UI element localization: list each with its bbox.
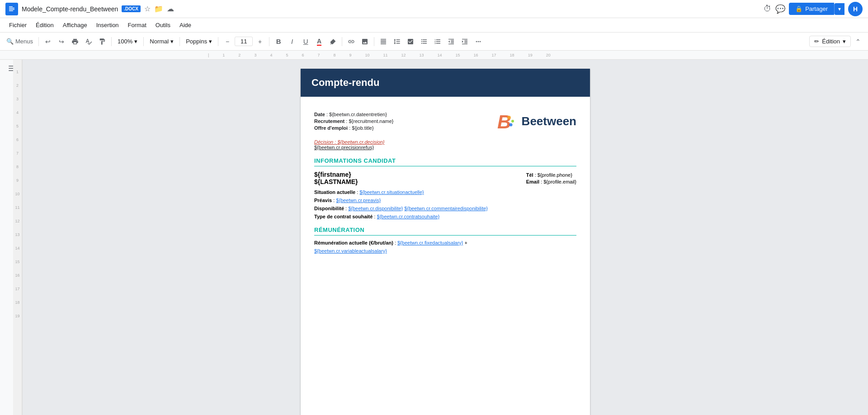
undo-button[interactable]: ↩ bbox=[42, 35, 54, 48]
svg-text:B: B bbox=[497, 111, 511, 132]
align-button[interactable] bbox=[377, 35, 390, 48]
preavis-label: Préavis bbox=[314, 198, 332, 203]
section-remuneration-title: RÉMUNÉRATION bbox=[314, 226, 576, 236]
font-size-input[interactable] bbox=[235, 37, 253, 46]
logo-b-icon: B bbox=[496, 110, 518, 132]
history-icon[interactable]: ⏱ bbox=[764, 4, 772, 14]
menu-edition[interactable]: Édition bbox=[32, 20, 57, 30]
line-spacing-button[interactable] bbox=[391, 35, 403, 48]
zoom-arrow: ▾ bbox=[134, 38, 137, 45]
firstname-field: ${firstname} bbox=[314, 171, 358, 178]
zoom-value: 100% bbox=[118, 38, 132, 45]
divider-4 bbox=[179, 37, 180, 46]
divider-3 bbox=[143, 37, 144, 46]
info-fields: Date : ${beetwn.cr.dateentretien} Recrut… bbox=[314, 110, 496, 132]
doc-header-band: Compte-rendu bbox=[301, 69, 590, 97]
main-layout: ☰ 1 2 3 4 5 6 7 8 9 10 11 12 13 14 15 16… bbox=[0, 60, 868, 415]
collapse-toolbar-button[interactable]: ⌃ bbox=[852, 35, 864, 48]
doc-icon bbox=[5, 3, 18, 15]
offre-value: ${job.title} bbox=[352, 125, 373, 131]
more-options-button[interactable] bbox=[472, 35, 485, 48]
dispo-comment-value: ${beetwn.cr.commentairedisponibilite} bbox=[404, 206, 488, 211]
info-logo-row: Date : ${beetwn.cr.dateentretien} Recrut… bbox=[314, 110, 576, 132]
svg-rect-3 bbox=[9, 9, 14, 10]
edition-arrow: ▾ bbox=[843, 38, 846, 45]
share-dropdown-button[interactable]: ▾ bbox=[834, 3, 844, 15]
link-button[interactable] bbox=[345, 35, 358, 48]
star-icon[interactable]: ☆ bbox=[144, 5, 151, 13]
font-size-plus-button[interactable]: + bbox=[254, 35, 266, 48]
svg-rect-4 bbox=[9, 10, 13, 11]
zoom-select[interactable]: 100% ▾ bbox=[114, 36, 141, 47]
remun-variable-value: ${beetwn.cr.variableactualsalary} bbox=[314, 248, 387, 254]
spellcheck-button[interactable] bbox=[82, 35, 95, 48]
font-size-minus-button[interactable]: − bbox=[221, 35, 234, 48]
increase-indent-button[interactable] bbox=[458, 35, 471, 48]
font-value: Poppins bbox=[186, 38, 207, 45]
menu-aide[interactable]: Aide bbox=[176, 20, 195, 30]
share-group: 🔒 Partager ▾ bbox=[789, 3, 844, 15]
situation-row: Situation actuelle : ${beetwn.cr.situati… bbox=[314, 189, 576, 195]
email-field: Email : ${profile.email} bbox=[526, 179, 576, 184]
folder-icon[interactable]: 📁 bbox=[154, 5, 163, 13]
contrat-value: ${beetwn.cr.contratsouhaite} bbox=[377, 214, 440, 219]
bold-button[interactable]: B bbox=[272, 35, 285, 48]
italic-button[interactable]: I bbox=[286, 35, 298, 48]
dispo-label: Disponibilité bbox=[314, 206, 344, 211]
left-sidebar: ☰ 1 2 3 4 5 6 7 8 9 10 11 12 13 14 15 16… bbox=[0, 60, 23, 415]
remun-row: Rémunération actuelle (€/brut/an) : ${be… bbox=[314, 240, 576, 245]
underline-button[interactable]: U bbox=[299, 35, 312, 48]
text-color-icon: A bbox=[317, 38, 321, 46]
highlight-button[interactable] bbox=[326, 35, 339, 48]
print-button[interactable] bbox=[69, 35, 81, 48]
bullet-list-button[interactable] bbox=[418, 35, 430, 48]
decision-section: Décision : ${beetwn.cr.decision} ${beetw… bbox=[314, 139, 576, 150]
style-arrow: ▾ bbox=[170, 38, 174, 45]
doc-badge: .DOCX bbox=[122, 5, 141, 12]
doc-area[interactable]: Compte-rendu Date : ${beetwn.cr.dateentr… bbox=[23, 60, 868, 415]
logo-area: B Beetween bbox=[496, 110, 576, 132]
lock-icon: 🔒 bbox=[795, 5, 802, 12]
cloud-icon[interactable]: ☁ bbox=[167, 5, 174, 13]
date-value: ${beetwn.cr.dateentretien} bbox=[329, 112, 387, 117]
redo-button[interactable]: ↪ bbox=[55, 35, 68, 48]
tel-value: ${profile.phone} bbox=[538, 172, 572, 178]
situation-value: ${beetwn.cr.situationactuelle} bbox=[359, 189, 424, 195]
recrutement-field: Recrutement : ${recruitment.name} bbox=[314, 118, 496, 124]
candidate-name-row: ${firstname} ${LASTNAME} Tél : ${profile… bbox=[314, 171, 576, 186]
numbered-list-button[interactable] bbox=[431, 35, 444, 48]
menus-button[interactable]: 🔍 Menus bbox=[4, 35, 36, 48]
menu-insertion[interactable]: Insertion bbox=[93, 20, 123, 30]
checklist-button[interactable] bbox=[404, 35, 417, 48]
font-select[interactable]: Poppins ▾ bbox=[183, 36, 215, 47]
menu-affichage[interactable]: Affichage bbox=[59, 20, 91, 30]
divider-1 bbox=[38, 37, 39, 46]
paint-format-button[interactable] bbox=[96, 35, 108, 48]
doc-body: Date : ${beetwn.cr.dateentretien} Recrut… bbox=[301, 97, 590, 265]
decrease-indent-button[interactable] bbox=[445, 35, 458, 48]
edition-button[interactable]: ✏ Édition ▾ bbox=[809, 36, 851, 47]
menu-bar: Fichier Édition Affichage Insertion Form… bbox=[0, 18, 868, 33]
style-select[interactable]: Normal ▾ bbox=[146, 36, 177, 47]
menus-label: Menus bbox=[15, 38, 33, 45]
comment-icon[interactable]: 💬 bbox=[775, 4, 785, 14]
share-button[interactable]: 🔒 Partager bbox=[789, 3, 834, 15]
menu-format[interactable]: Format bbox=[124, 20, 150, 30]
remun-actuelle-value: ${beetwn.cr.fixedactualsalary} bbox=[397, 240, 463, 245]
precision-value: ${beetwn.cr.precisionrefus} bbox=[314, 145, 374, 150]
remun-variable-row: ${beetwn.cr.variableactualsalary} bbox=[314, 248, 576, 254]
preavis-row: Préavis : ${beetwn.cr.preavis} bbox=[314, 198, 576, 203]
candidate-name-left: ${firstname} ${LASTNAME} bbox=[314, 171, 358, 186]
situation-label: Situation actuelle bbox=[314, 189, 355, 195]
image-button[interactable] bbox=[359, 35, 371, 48]
dispo-row: Disponibilité : ${beetwn.cr.disponibilit… bbox=[314, 206, 576, 211]
text-color-button[interactable]: A bbox=[313, 35, 326, 48]
precision-field: ${beetwn.cr.precisionrefus} bbox=[314, 145, 576, 150]
title-bar: Modele_Compte-rendu_Beetween .DOCX ☆ 📁 ☁… bbox=[0, 0, 868, 18]
style-value: Normal bbox=[150, 38, 169, 45]
menu-fichier[interactable]: Fichier bbox=[5, 20, 30, 30]
menu-outils[interactable]: Outils bbox=[152, 20, 174, 30]
offre-field: Offre d'emploi : ${job.title} bbox=[314, 125, 496, 131]
recrutement-label: Recrutement bbox=[314, 118, 344, 124]
svg-rect-1 bbox=[9, 6, 13, 7]
